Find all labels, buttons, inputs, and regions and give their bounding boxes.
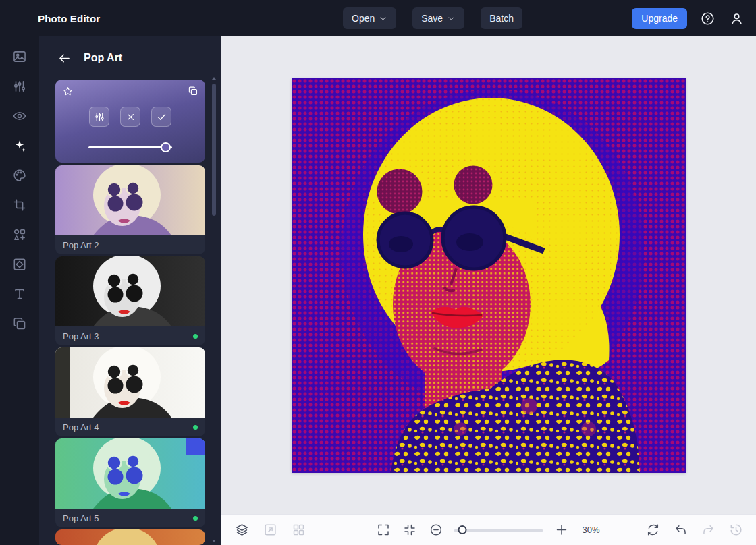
sidebar-tool-layers[interactable] [7,312,32,336]
layers-icon [12,316,27,331]
effect-adjust-button[interactable] [89,107,109,127]
batch-button[interactable]: Batch [481,7,522,29]
layers-panel-button[interactable] [234,522,250,538]
effect-card-pop-art-5[interactable]: Pop Art 5 [55,438,205,527]
sidebar-tool-text[interactable] [7,282,32,306]
effect-apply-button[interactable] [151,107,171,127]
effect-thumbnail [55,438,205,509]
effect-controls [55,107,205,127]
zoom-level-value[interactable]: 30% [580,525,603,535]
effect-label-row: Pop Art 5 [55,509,205,527]
effect-card-pop-art-4[interactable]: Pop Art 4 [55,347,205,436]
effect-card-pop-art-2[interactable]: Pop Art 2 [55,165,205,254]
fullscreen-button[interactable] [375,522,392,538]
text-icon [12,287,27,302]
batch-button-label: Batch [489,13,514,24]
scroll-down-arrow[interactable] [211,538,217,544]
effect-thumbnail [55,347,205,418]
effect-label: Pop Art 4 [63,422,99,432]
effect-label-row: Pop Art 4 [55,418,205,436]
upgrade-button[interactable]: Upgrade [632,8,687,29]
hamburger-menu-button[interactable] [11,8,31,28]
adjust-icon [12,79,27,94]
scrollbar-thumb[interactable] [212,84,216,216]
zoom-slider[interactable] [454,525,543,536]
reset-button[interactable] [645,522,661,538]
duplicate-icon[interactable] [188,86,198,96]
intensity-knob[interactable] [161,142,171,152]
photo-icon [12,49,27,64]
sidebar-tool-elements[interactable] [7,223,32,247]
account-button[interactable] [728,9,745,27]
panel-title: Pop Art [84,52,122,64]
history-button[interactable] [728,522,744,538]
undo-button[interactable] [672,522,688,538]
save-button[interactable]: Save [412,7,464,29]
effect-intensity-slider[interactable] [88,142,172,152]
export-button[interactable] [262,522,278,538]
sidebar-tool-effects[interactable] [7,134,32,158]
active-effect-card[interactable] [55,80,205,163]
premium-dot [193,334,198,339]
help-button[interactable] [699,9,716,27]
sidebar-tool-color[interactable] [7,163,32,188]
zoom-in-button[interactable] [554,522,570,538]
photo-editor-app: Photo Editor Open Save Batch Upgrade [0,0,756,545]
export-icon [263,523,277,537]
effect-thumbnail [55,165,205,235]
scroll-up-arrow[interactable] [211,76,217,81]
eye-icon [12,109,27,123]
topbar-file-actions: Open Save Batch [343,0,522,36]
sparkles-icon [12,138,27,153]
canvas-area: 30% [221,36,756,545]
premium-dot [193,425,198,430]
zoom-out-button[interactable] [428,522,444,538]
effect-card-partial[interactable] [55,529,205,545]
sidebar-tool-texture[interactable] [7,252,32,277]
redo-button[interactable] [700,522,716,538]
panel-scrollbar[interactable] [211,76,217,544]
topbar: Photo Editor Open Save Batch Upgrade [0,0,756,36]
panel-header: Pop Art [39,36,221,80]
expand-icon [376,523,390,537]
intensity-track [88,146,172,148]
chevron-down-icon [447,14,456,23]
sidebar-tool-crop[interactable] [7,193,32,217]
sidebar-tool-preview[interactable] [7,104,32,128]
app-title: Photo Editor [38,13,100,24]
fit-screen-icon [402,523,416,537]
effect-cancel-button[interactable] [120,107,140,127]
sidebar-tool-photos[interactable] [7,45,32,69]
topbar-right: Upgrade [632,8,745,29]
zoom-in-icon [554,523,568,537]
effects-list-container: Pop Art 2Pop Art 3Pop Art 4Pop Art 5 [39,80,221,545]
open-button-label: Open [352,13,375,24]
zoom-knob[interactable] [458,525,467,534]
user-icon [729,11,745,26]
premium-dot [193,516,198,521]
sidebar-tool-adjust[interactable] [7,74,32,98]
palette-icon [12,168,27,183]
effects-panel: Pop Art Po [39,36,221,545]
bottom-toolbar: 30% [221,514,756,545]
back-button[interactable] [57,50,74,66]
grid-icon [292,523,306,537]
open-button[interactable]: Open [343,7,396,29]
help-icon [700,11,716,26]
effect-card-pop-art-3[interactable]: Pop Art 3 [55,256,205,345]
effect-thumbnail [55,529,205,545]
crop-icon [12,198,27,212]
effect-label-row: Pop Art 3 [55,326,205,345]
texture-icon [12,257,27,272]
popart-artwork [292,78,686,473]
bottombar-left [234,522,306,538]
favorite-star-icon[interactable] [62,86,74,97]
canvas-image[interactable] [292,78,686,473]
grid-view-button[interactable] [290,522,306,538]
canvas-viewport[interactable] [221,36,756,514]
undo-icon [674,523,688,537]
fit-screen-button[interactable] [402,522,418,538]
effect-label-row: Pop Art 2 [55,235,205,254]
zoom-track [454,529,543,532]
redo-icon [701,523,716,537]
